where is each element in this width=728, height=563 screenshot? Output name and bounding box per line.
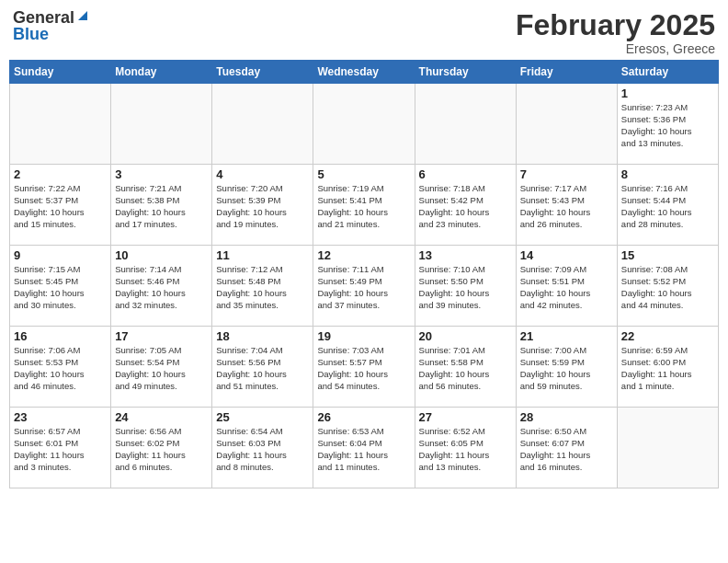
calendar-cell: 15Sunrise: 7:08 AM Sunset: 5:52 PM Dayli… [617,246,718,327]
week-row-4: 23Sunrise: 6:57 AM Sunset: 6:01 PM Dayli… [10,408,719,488]
calendar-cell: 22Sunrise: 6:59 AM Sunset: 6:00 PM Dayli… [617,327,718,408]
col-header-friday: Friday [516,61,617,84]
calendar-table: SundayMondayTuesdayWednesdayThursdayFrid… [9,60,719,488]
day-number: 2 [14,167,107,181]
day-info: Sunrise: 7:20 AM Sunset: 5:39 PM Dayligh… [216,183,309,230]
week-row-1: 2Sunrise: 7:22 AM Sunset: 5:37 PM Daylig… [10,165,719,246]
calendar-cell: 26Sunrise: 6:53 AM Sunset: 6:04 PM Dayli… [313,408,415,488]
day-info: Sunrise: 7:01 AM Sunset: 5:58 PM Dayligh… [419,345,512,392]
month-year: February 2025 [516,9,715,41]
day-number: 16 [14,329,107,343]
calendar-cell: 14Sunrise: 7:09 AM Sunset: 5:51 PM Dayli… [516,246,617,327]
day-number: 22 [621,329,714,343]
svg-marker-0 [78,11,87,20]
col-header-sunday: Sunday [10,61,111,84]
col-header-tuesday: Tuesday [212,61,313,84]
calendar-cell: 20Sunrise: 7:01 AM Sunset: 5:58 PM Dayli… [415,327,516,408]
day-number: 21 [520,329,613,343]
day-number: 3 [115,167,208,181]
day-number: 4 [216,167,309,181]
day-info: Sunrise: 6:53 AM Sunset: 6:04 PM Dayligh… [317,426,410,473]
calendar-cell: 6Sunrise: 7:18 AM Sunset: 5:42 PM Daylig… [415,165,516,246]
week-row-0: 1Sunrise: 7:23 AM Sunset: 5:36 PM Daylig… [10,84,719,165]
day-info: Sunrise: 7:08 AM Sunset: 5:52 PM Dayligh… [621,264,714,311]
day-number: 7 [520,167,613,181]
calendar-cell: 28Sunrise: 6:50 AM Sunset: 6:07 PM Dayli… [516,408,617,488]
calendar-cell [313,84,415,165]
day-info: Sunrise: 7:11 AM Sunset: 5:49 PM Dayligh… [317,264,410,311]
calendar-cell [111,84,212,165]
day-number: 23 [14,410,107,424]
calendar-header-row: SundayMondayTuesdayWednesdayThursdayFrid… [10,61,719,84]
calendar-cell: 3Sunrise: 7:21 AM Sunset: 5:38 PM Daylig… [111,165,212,246]
col-header-thursday: Thursday [415,61,516,84]
day-info: Sunrise: 7:21 AM Sunset: 5:38 PM Dayligh… [115,183,208,230]
day-info: Sunrise: 6:52 AM Sunset: 6:05 PM Dayligh… [419,426,512,473]
logo-general-text: General [13,9,74,26]
col-header-wednesday: Wednesday [313,61,415,84]
calendar-cell [516,84,617,165]
calendar-cell: 13Sunrise: 7:10 AM Sunset: 5:50 PM Dayli… [415,246,516,327]
calendar-cell: 24Sunrise: 6:56 AM Sunset: 6:02 PM Dayli… [111,408,212,488]
calendar-cell: 27Sunrise: 6:52 AM Sunset: 6:05 PM Dayli… [415,408,516,488]
calendar-cell: 4Sunrise: 7:20 AM Sunset: 5:39 PM Daylig… [212,165,313,246]
day-number: 9 [14,248,107,262]
calendar-cell: 23Sunrise: 6:57 AM Sunset: 6:01 PM Dayli… [10,408,111,488]
calendar-cell: 16Sunrise: 7:06 AM Sunset: 5:53 PM Dayli… [10,327,111,408]
day-info: Sunrise: 7:17 AM Sunset: 5:43 PM Dayligh… [520,183,613,230]
day-info: Sunrise: 7:19 AM Sunset: 5:41 PM Dayligh… [317,183,410,230]
day-number: 15 [621,248,714,262]
day-number: 10 [115,248,208,262]
calendar-cell [617,408,718,488]
day-info: Sunrise: 7:18 AM Sunset: 5:42 PM Dayligh… [419,183,512,230]
day-info: Sunrise: 6:59 AM Sunset: 6:00 PM Dayligh… [621,345,714,392]
day-info: Sunrise: 7:12 AM Sunset: 5:48 PM Dayligh… [216,264,309,311]
day-number: 18 [216,329,309,343]
day-info: Sunrise: 7:05 AM Sunset: 5:54 PM Dayligh… [115,345,208,392]
day-info: Sunrise: 6:57 AM Sunset: 6:01 PM Dayligh… [14,426,107,473]
calendar-cell [415,84,516,165]
calendar-cell: 17Sunrise: 7:05 AM Sunset: 5:54 PM Dayli… [111,327,212,408]
calendar-cell [212,84,313,165]
calendar-cell: 9Sunrise: 7:15 AM Sunset: 5:45 PM Daylig… [10,246,111,327]
day-number: 26 [317,410,410,424]
calendar-cell: 21Sunrise: 7:00 AM Sunset: 5:59 PM Dayli… [516,327,617,408]
day-number: 11 [216,248,309,262]
day-number: 20 [419,329,512,343]
day-number: 19 [317,329,410,343]
day-info: Sunrise: 6:56 AM Sunset: 6:02 PM Dayligh… [115,426,208,473]
day-info: Sunrise: 7:00 AM Sunset: 5:59 PM Dayligh… [520,345,613,392]
calendar-cell: 7Sunrise: 7:17 AM Sunset: 5:43 PM Daylig… [516,165,617,246]
day-number: 1 [621,86,714,100]
location: Eresos, Greece [516,41,715,56]
logo: General Blue [13,9,89,42]
calendar-cell: 18Sunrise: 7:04 AM Sunset: 5:56 PM Dayli… [212,327,313,408]
day-info: Sunrise: 7:10 AM Sunset: 5:50 PM Dayligh… [419,264,512,311]
day-info: Sunrise: 7:15 AM Sunset: 5:45 PM Dayligh… [14,264,107,311]
logo-blue-text: Blue [13,26,49,42]
day-info: Sunrise: 6:50 AM Sunset: 6:07 PM Dayligh… [520,426,613,473]
day-number: 28 [520,410,613,424]
day-number: 14 [520,248,613,262]
day-info: Sunrise: 7:23 AM Sunset: 5:36 PM Dayligh… [621,102,714,149]
day-info: Sunrise: 6:54 AM Sunset: 6:03 PM Dayligh… [216,426,309,473]
calendar-cell: 5Sunrise: 7:19 AM Sunset: 5:41 PM Daylig… [313,165,415,246]
day-info: Sunrise: 7:09 AM Sunset: 5:51 PM Dayligh… [520,264,613,311]
col-header-saturday: Saturday [617,61,718,84]
day-number: 5 [317,167,410,181]
calendar-cell: 19Sunrise: 7:03 AM Sunset: 5:57 PM Dayli… [313,327,415,408]
week-row-2: 9Sunrise: 7:15 AM Sunset: 5:45 PM Daylig… [10,246,719,327]
day-info: Sunrise: 7:06 AM Sunset: 5:53 PM Dayligh… [14,345,107,392]
day-number: 27 [419,410,512,424]
day-info: Sunrise: 7:16 AM Sunset: 5:44 PM Dayligh… [621,183,714,230]
calendar-cell: 25Sunrise: 6:54 AM Sunset: 6:03 PM Dayli… [212,408,313,488]
day-number: 12 [317,248,410,262]
day-number: 13 [419,248,512,262]
day-info: Sunrise: 7:22 AM Sunset: 5:37 PM Dayligh… [14,183,107,230]
day-number: 6 [419,167,512,181]
title-block: February 2025 Eresos, Greece [516,9,715,56]
calendar-cell [10,84,111,165]
col-header-monday: Monday [111,61,212,84]
day-number: 24 [115,410,208,424]
week-row-3: 16Sunrise: 7:06 AM Sunset: 5:53 PM Dayli… [10,327,719,408]
